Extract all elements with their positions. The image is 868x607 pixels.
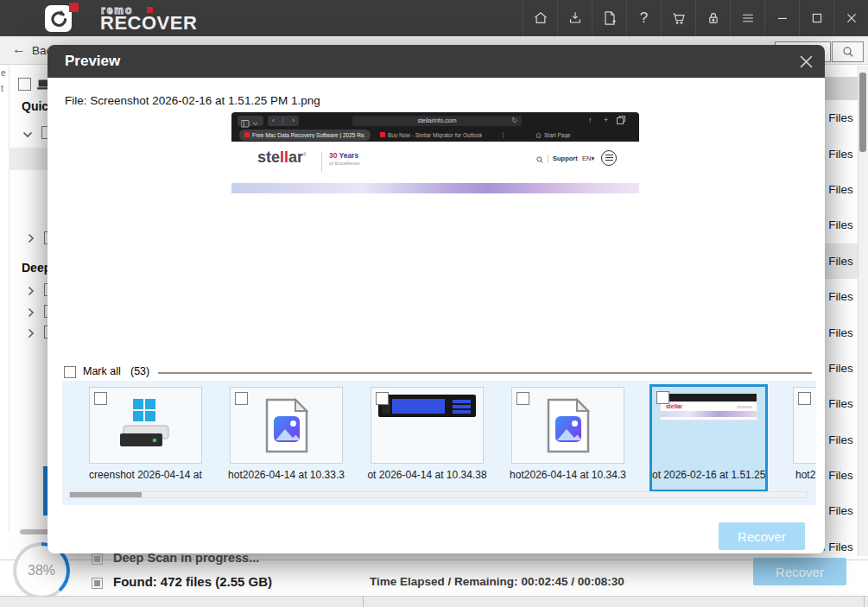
stellar-favicon: [380, 132, 385, 137]
drive-checkbox[interactable]: [18, 78, 31, 91]
selected-tree-row[interactable]: [9, 148, 49, 170]
brand-name-bottom: RECOVER: [100, 12, 197, 35]
recover-button-main[interactable]: Recover: [753, 558, 846, 585]
chevron-down-icon[interactable]: [22, 131, 33, 138]
lock-icon[interactable]: [695, 0, 730, 36]
sidebar-divider: [9, 66, 10, 533]
stop-scan-icon[interactable]: [92, 578, 103, 589]
chevron-right-icon[interactable]: [28, 328, 35, 338]
thumbnail-filename: ot 2026-02-16 at 1.51.25 l: [652, 469, 765, 481]
support-link: Support: [553, 155, 578, 162]
thumbnail-drive[interactable]: creenshot 2026-04-14 at: [89, 387, 202, 490]
browser-tab-bar: Free Mac Data Recovery Software | 2025 R…: [231, 129, 639, 142]
thumbnail-checkbox[interactable]: [94, 392, 107, 405]
thumbnail-filename: hot2: [795, 469, 816, 481]
web-screenshot-thumb: stellar: [661, 394, 757, 420]
time-value: 00:02:45 / 00:08:30: [522, 575, 624, 588]
stop-scan-icon[interactable]: [92, 553, 103, 565]
browser-tab-active: Free Mac Data Recovery Software | 2025 R…: [239, 130, 371, 141]
stellar-favicon: [244, 132, 250, 137]
time-elapsed-text: Time Elapsed / Remaining:00:02:45 / 00:0…: [370, 575, 624, 588]
bottom-strip-divider: [363, 596, 364, 607]
browser-sidebar-icon: [238, 116, 263, 126]
thumbnail-filename: hot2026-04-14 at 10.33.3: [218, 469, 355, 481]
start-page-icon: [535, 132, 542, 138]
thirty-years-text: 30Years: [329, 151, 358, 160]
thumbnail-box[interactable]: [230, 387, 343, 464]
app-window: remo RECOVER ? ← Bac e t Quic Deep: [0, 0, 868, 607]
thumbnail-image[interactable]: hot2026-04-14 at 10.34.3: [511, 387, 624, 490]
remo-logo-icon: [45, 5, 72, 32]
thumbnail-box[interactable]: [89, 387, 202, 464]
back-arrow-icon[interactable]: ←: [12, 41, 26, 57]
thumbnail-checkbox[interactable]: [516, 392, 529, 405]
stellar-logo: stellar®: [257, 149, 307, 167]
thumbnail-box[interactable]: [511, 387, 624, 464]
preview-file-name: File: Screenshot 2026-02-16 at 1.51.25 P…: [65, 94, 320, 107]
thumbnail-checkbox[interactable]: [235, 392, 248, 405]
thumbnail-box[interactable]: [793, 387, 816, 464]
logo-divider: [321, 152, 322, 173]
file-list-scrollbar-thumb[interactable]: [859, 73, 866, 152]
thumbnail-checkbox[interactable]: [798, 392, 811, 405]
mark-all-count: (53): [130, 365, 149, 377]
thumbnail-scrollbar[interactable]: [69, 491, 808, 498]
sidebar-text-fragment: t: [1, 84, 3, 93]
home-icon[interactable]: [523, 0, 557, 36]
found-label: Found:: [113, 574, 157, 589]
thumbnail-screenshot-web[interactable]: stellarot 2026-02-16 at 1.51.25 l: [652, 387, 765, 490]
chevron-right-icon[interactable]: [28, 286, 35, 296]
help-icon[interactable]: ?: [626, 0, 661, 36]
thumbnail-box[interactable]: [371, 387, 484, 464]
chevron-right-icon[interactable]: [28, 233, 35, 243]
header-divider: [548, 155, 548, 163]
preview-image: ‹› stellarinfo.com ↻ ↑ + Free Mac Data R…: [231, 112, 639, 193]
browser-tab: Buy Now - Stellar Migrator for Outlook: [380, 130, 482, 141]
thumbnail-filename: creenshot 2026-04-14 at: [77, 469, 214, 481]
tab-label: Buy Now - Stellar Migrator for Outlook: [388, 132, 482, 138]
mark-all-rule: [158, 372, 812, 374]
remo-logo-badge: [69, 3, 79, 12]
site-menu-icon: [601, 150, 617, 166]
mark-all-label: Mark all: [83, 365, 121, 377]
mark-all-checkbox[interactable]: [64, 366, 76, 378]
share-icon: ↑: [588, 116, 592, 125]
thumbnail-checkbox[interactable]: [376, 392, 389, 405]
close-icon[interactable]: [797, 53, 814, 70]
found-files-text: Found:472 files (2.55 GB): [113, 574, 272, 589]
browser-back-forward-icons: ‹›: [268, 116, 299, 126]
minimize-icon[interactable]: [764, 0, 799, 36]
excellence-text: of Excellence: [329, 161, 360, 166]
search-icon: [841, 45, 855, 59]
help-glyph: ?: [640, 9, 648, 27]
new-tab-icon: +: [604, 116, 608, 125]
dialog-title: Preview: [65, 45, 120, 78]
tab-label: Start Page: [544, 132, 571, 138]
thumbnail-strip: creenshot 2026-04-14 at hot2026-04-14 at…: [62, 381, 816, 505]
download-icon[interactable]: [557, 0, 592, 36]
browser-url: stellarinfo.com: [352, 116, 522, 126]
close-icon[interactable]: [833, 0, 868, 36]
cart-icon[interactable]: [661, 0, 695, 36]
titlebar: remo RECOVER ?: [0, 0, 868, 36]
thumbnail-image[interactable]: hot2026-04-14 at 10.33.3: [230, 387, 343, 490]
file-add-icon[interactable]: [592, 0, 626, 36]
titlebar-actions: ?: [523, 0, 868, 36]
menu-icon[interactable]: [730, 0, 764, 36]
thumbnail-screenshot-dark[interactable]: ot 2026-04-14 at 10.34.38: [371, 387, 484, 490]
thumbnail-box[interactable]: stellar: [652, 387, 765, 464]
tab-divider: [503, 132, 504, 138]
chevron-right-icon[interactable]: [28, 307, 35, 318]
quick-scan-heading: Quic: [22, 99, 48, 113]
thumbnail-checkbox[interactable]: [656, 391, 669, 404]
thumbnail-scrollbar-thumb[interactable]: [70, 492, 142, 497]
dark-screenshot-thumb: [378, 395, 476, 417]
thumbnail-filename: hot2026-04-14 at 10.34.3: [499, 469, 637, 481]
search-button[interactable]: [832, 41, 864, 62]
bottom-strip-divider: [864, 596, 865, 607]
maximize-icon[interactable]: [799, 0, 833, 36]
bottom-strip: [0, 596, 868, 607]
thumbnail-empty[interactable]: hot2: [793, 387, 816, 490]
thumbnail-filename: ot 2026-04-14 at 10.34.38: [358, 469, 496, 481]
recover-button-dialog[interactable]: Recover: [719, 522, 805, 550]
